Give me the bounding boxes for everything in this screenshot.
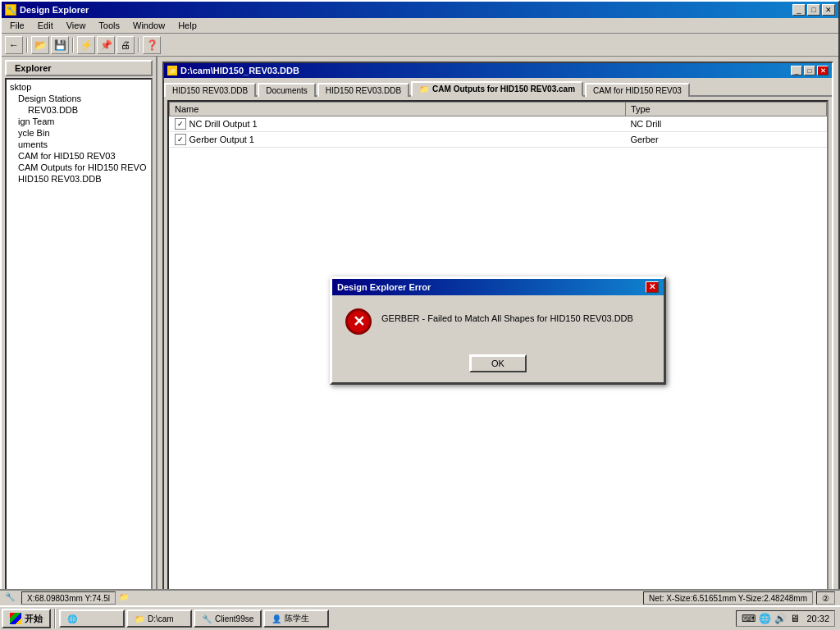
back-button[interactable]: ← bbox=[5, 36, 23, 54]
error-icon: ✕ bbox=[345, 308, 372, 335]
close-button[interactable]: ✕ bbox=[822, 4, 835, 16]
coordinates-display: X:68.09803mm Y:74.5l bbox=[21, 591, 116, 605]
taskbar-ie[interactable]: 🌐 bbox=[59, 609, 125, 628]
tree-item-ign-team[interactable]: ign Team bbox=[8, 116, 149, 127]
main-title: Design Explorer bbox=[20, 5, 89, 15]
dialog-body: ✕ GERBER - Failed to Match All Shapes fo… bbox=[332, 295, 664, 348]
menu-edit[interactable]: Edit bbox=[33, 20, 58, 31]
left-panel: Explorer sktop Design Stations REV03.DDB… bbox=[2, 57, 158, 604]
windows-logo bbox=[10, 613, 21, 624]
tray-network-icon: 🌐 bbox=[759, 613, 771, 624]
help-button[interactable]: ❓ bbox=[143, 36, 161, 54]
pin-button[interactable]: 📌 bbox=[97, 36, 115, 54]
taskbar: 开始 🌐 📁 D:\cam 🔧 Client99se 👤 陈学生 ⌨ 🌐 🔊 🖥… bbox=[0, 605, 840, 630]
menu-bar: File Edit View Tools Window Help bbox=[2, 18, 838, 34]
taskbar-separator bbox=[54, 609, 56, 628]
run-button[interactable]: ⚡ bbox=[77, 36, 95, 54]
tree-item-hid150-ddb[interactable]: HID150 REV03.DDB bbox=[8, 173, 149, 185]
tree-item-design-stations[interactable]: Design Stations bbox=[8, 93, 149, 104]
user-icon: 👤 bbox=[272, 614, 281, 623]
main-title-bar: 🔧 Design Explorer _ □ ✕ bbox=[2, 2, 838, 18]
ok-button[interactable]: OK bbox=[469, 354, 527, 372]
taskbar-client[interactable]: 🔧 Client99se bbox=[194, 609, 262, 628]
minimize-button[interactable]: _ bbox=[792, 4, 806, 16]
dialog-message: GERBER - Failed to Match All Shapes for … bbox=[381, 308, 651, 323]
window-controls: _ □ ✕ bbox=[792, 4, 835, 16]
dialog-title-text: Design Explorer Error bbox=[337, 282, 431, 292]
content-area: Explorer sktop Design Stations REV03.DDB… bbox=[2, 57, 838, 604]
cam-label: D:\cam bbox=[148, 614, 174, 623]
start-button[interactable]: 开始 bbox=[2, 609, 51, 628]
status-mid-icon: 📁 bbox=[119, 592, 130, 604]
cam-icon: 📁 bbox=[135, 614, 144, 623]
right-panel: 📁 D:\cam\HID150_REV03.DDB _ □ ✕ HID150 R… bbox=[158, 57, 838, 604]
ie-icon: 🌐 bbox=[67, 614, 77, 623]
client-icon: 🔧 bbox=[202, 614, 212, 623]
menu-tools[interactable]: Tools bbox=[94, 20, 125, 31]
taskbar-right: ⌨ 🌐 🔊 🖥 20:32 bbox=[736, 610, 838, 627]
tree-item-rev03-ddb[interactable]: REV03.DDB bbox=[8, 104, 149, 116]
toolbar-separator-3 bbox=[138, 38, 139, 52]
app-icon: 🔧 bbox=[5, 4, 16, 16]
tree-item-uments[interactable]: uments bbox=[8, 139, 149, 150]
tree-item-cam-hid150[interactable]: CAM for HID150 REV03 bbox=[8, 150, 149, 162]
maximize-button[interactable]: □ bbox=[807, 4, 820, 16]
menu-view[interactable]: View bbox=[62, 20, 91, 31]
dialog-title-bar: Design Explorer Error ✕ bbox=[332, 279, 664, 295]
open-button[interactable]: 📂 bbox=[31, 36, 49, 54]
save-button[interactable]: 💾 bbox=[51, 36, 69, 54]
tree-item-desktop[interactable]: sktop bbox=[8, 81, 149, 93]
menu-help[interactable]: Help bbox=[173, 20, 202, 31]
toolbar: ← 📂 💾 ⚡ 📌 🖨 ❓ bbox=[2, 34, 838, 57]
main-window: 🔧 Design Explorer _ □ ✕ File Edit View T… bbox=[0, 0, 840, 605]
user-label: 陈学生 bbox=[285, 613, 309, 624]
tree-item-cam-outputs[interactable]: CAM Outputs for HID150 REVO bbox=[8, 162, 149, 173]
menu-window[interactable]: Window bbox=[128, 20, 170, 31]
toolbar-separator-2 bbox=[72, 38, 74, 52]
tray-sound-icon: 🔊 bbox=[774, 613, 787, 624]
menu-file[interactable]: File bbox=[5, 20, 30, 31]
tray-keyboard-icon: ⌨ bbox=[742, 613, 756, 624]
inner-window: 📁 D:\cam\HID150_REV03.DDB _ □ ✕ HID150 R… bbox=[162, 62, 833, 599]
error-dialog-overlay: Design Explorer Error ✕ ✕ GERBER - Faile… bbox=[164, 63, 832, 597]
dialog-close-button[interactable]: ✕ bbox=[646, 281, 659, 293]
taskbar-cam[interactable]: 📁 D:\cam bbox=[126, 609, 192, 628]
print-button[interactable]: 🖨 bbox=[116, 36, 135, 54]
taskbar-user[interactable]: 👤 陈学生 bbox=[263, 609, 329, 628]
clock-display: 20:32 bbox=[806, 614, 829, 623]
status-left-icon: 🔧 bbox=[5, 592, 16, 604]
toolbar-separator-1 bbox=[26, 38, 28, 52]
dialog-footer: OK bbox=[332, 348, 664, 382]
tree-item-ycle-bin[interactable]: ycle Bin bbox=[8, 127, 149, 139]
explorer-tree[interactable]: sktop Design Stations REV03.DDB ign Team… bbox=[5, 78, 153, 591]
client-label: Client99se bbox=[215, 614, 253, 623]
explorer-tab[interactable]: Explorer bbox=[5, 60, 153, 76]
sys-tray: ⌨ 🌐 🔊 🖥 20:32 bbox=[736, 610, 835, 627]
error-dialog: Design Explorer Error ✕ ✕ GERBER - Faile… bbox=[330, 276, 666, 385]
tray-display-icon: 🖥 bbox=[790, 613, 800, 624]
start-label: 开始 bbox=[25, 613, 43, 625]
